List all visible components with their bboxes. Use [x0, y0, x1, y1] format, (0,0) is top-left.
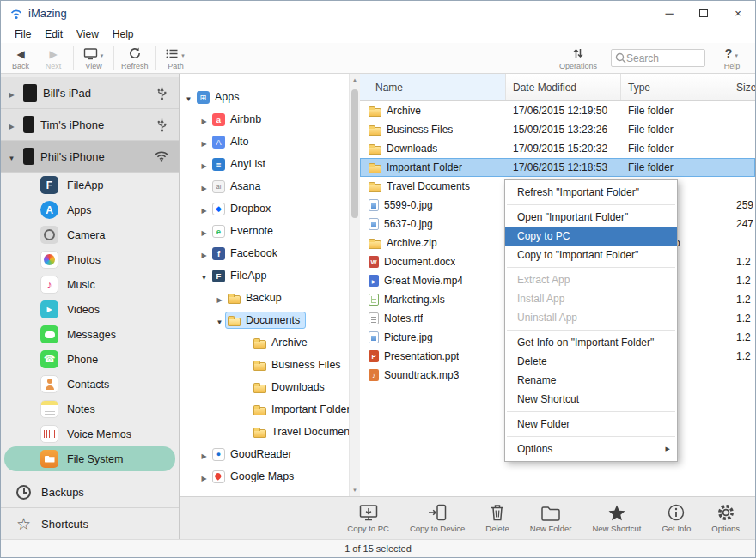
sidebar-item[interactable]: Music [1, 272, 179, 297]
back-button[interactable]: Back [4, 46, 37, 70]
sidebar-device-row[interactable]: Bill's iPad [1, 77, 179, 109]
tree-item[interactable]: AnyList [180, 153, 349, 175]
context-menu-item[interactable] [507, 436, 675, 437]
file-row[interactable]: Downloads 17/09/2015 15:20:32 File folde… [360, 139, 755, 158]
context-menu-item[interactable]: Copy to PC [505, 227, 677, 246]
sidebar-item[interactable]: Photos [1, 247, 179, 272]
tree-item[interactable]: Google Maps [180, 465, 349, 488]
view-button[interactable]: View [77, 46, 110, 70]
new-shortcut-button[interactable]: New Shortcut [592, 503, 641, 533]
tree-item[interactable]: Downloads [180, 376, 349, 398]
search-box[interactable] [611, 49, 705, 67]
sidebar-item[interactable]: Notes [1, 397, 179, 422]
context-menu-item[interactable]: Install App [505, 289, 677, 308]
copy-to-device-button[interactable]: Copy to Device [410, 503, 465, 533]
delete-button[interactable]: Delete [485, 503, 509, 533]
tree-expand-arrow[interactable] [214, 290, 225, 306]
tree-item[interactable]: Facebook [180, 242, 349, 264]
context-menu-item[interactable]: Extract App [505, 270, 677, 289]
menu-bar-item[interactable]: View [70, 28, 106, 40]
tree-item[interactable]: Backup [180, 287, 349, 309]
tree-item[interactable]: Alto [180, 130, 349, 153]
sidebar-item-backups[interactable]: Backups [1, 476, 179, 507]
column-header-date-modified[interactable]: Date Modified [506, 74, 621, 100]
refresh-button[interactable]: Refresh [118, 46, 152, 70]
context-menu-item[interactable]: New Folder [505, 415, 677, 434]
tree-item[interactable]: Evernote [180, 220, 349, 242]
context-menu-item[interactable]: Uninstall App [505, 308, 677, 327]
column-header-name[interactable]: Name [360, 74, 506, 100]
file-row[interactable]: Business Files 15/09/2015 13:23:26 File … [360, 120, 755, 139]
device-expand-arrow[interactable] [6, 149, 17, 164]
sidebar-item[interactable]: Camera [1, 222, 179, 247]
tree-item[interactable]: FileApp [180, 264, 349, 287]
search-input[interactable] [626, 52, 698, 64]
sidebar-item[interactable]: Apps [1, 197, 179, 222]
file-row[interactable]: Important Folder 17/06/2015 12:18:53 Fil… [360, 158, 755, 177]
maximize-button[interactable] [686, 1, 721, 26]
context-menu-item[interactable]: Delete [505, 352, 677, 371]
new-folder-button[interactable]: New Folder [530, 503, 572, 533]
sidebar-item[interactable]: Phone [1, 347, 179, 372]
context-menu-item[interactable] [507, 204, 675, 205]
menu-bar-item[interactable]: Edit [38, 28, 70, 40]
sidebar-item[interactable]: Voice Memos [1, 422, 179, 446]
menu-bar-item[interactable]: File [8, 28, 38, 40]
tree-scrollbar[interactable] [349, 74, 360, 496]
context-menu-item[interactable]: Refresh "Important Folder" [505, 183, 677, 202]
context-menu-item[interactable] [507, 267, 675, 268]
tree-expand-arrow[interactable] [198, 223, 210, 239]
tree-item[interactable]: Important Folder [180, 398, 349, 421]
tree-expand-arrow[interactable] [198, 246, 210, 261]
context-menu-item[interactable]: Copy to "Important Folder" [505, 246, 677, 264]
tree-expand-arrow[interactable] [198, 268, 210, 283]
next-button[interactable]: Next [37, 46, 70, 70]
context-menu-item[interactable]: New Shortcut [505, 390, 677, 409]
options-button[interactable]: Options [711, 503, 740, 533]
column-header-type[interactable]: Type [621, 74, 729, 100]
context-menu-item[interactable]: Options ▶ [505, 440, 677, 458]
close-button[interactable]: × [721, 1, 755, 26]
context-menu-item[interactable]: Rename [505, 371, 677, 390]
operations-button[interactable]: Operations [556, 46, 601, 70]
sidebar-item[interactable]: File System [4, 446, 175, 471]
menu-bar-item[interactable]: Help [106, 28, 141, 40]
sidebar-item[interactable]: Contacts [1, 372, 179, 397]
tree-item[interactable]: Documents [180, 309, 349, 331]
device-expand-arrow[interactable] [6, 117, 17, 132]
copy-to-pc-button[interactable]: Copy to PC [347, 503, 389, 533]
tree-item[interactable]: Archive [180, 331, 349, 354]
tree-item[interactable]: Dropbox [180, 197, 349, 220]
tree-expand-arrow[interactable] [214, 312, 225, 328]
tree-item[interactable]: Asana [180, 175, 349, 197]
context-menu-item[interactable]: Open "Important Folder" [505, 208, 677, 227]
tree-item[interactable]: Travel Documents [180, 421, 349, 443]
scrollbar-track[interactable] [350, 86, 360, 484]
tree-item[interactable]: Apps [180, 86, 349, 108]
minimize-button[interactable]: ─ [652, 1, 686, 26]
file-row[interactable]: Archive 17/06/2015 12:19:50 File folder [360, 101, 755, 120]
tree-expand-arrow[interactable] [198, 156, 210, 172]
tree-item[interactable]: Business Files [180, 354, 349, 376]
tree-item[interactable]: Airbnb [180, 108, 349, 130]
sidebar-item[interactable]: Videos [1, 297, 179, 322]
context-menu-item[interactable] [507, 411, 675, 412]
path-button[interactable]: Path [160, 46, 192, 70]
tree-expand-arrow[interactable] [183, 89, 194, 105]
column-header-size[interactable]: Size [729, 74, 755, 100]
tree-item[interactable]: GoodReader [180, 443, 349, 465]
scrollbar-thumb[interactable] [351, 89, 358, 218]
tree-expand-arrow[interactable] [198, 469, 210, 484]
tree-expand-arrow[interactable] [198, 179, 210, 194]
sidebar-device-row[interactable]: Tim's iPhone [1, 109, 179, 141]
tree-expand-arrow[interactable] [198, 201, 210, 216]
context-menu-item[interactable]: Get Info on "Important Folder" [505, 333, 677, 352]
scroll-up-icon[interactable] [350, 74, 360, 86]
tree-expand-arrow[interactable] [198, 134, 210, 149]
scroll-down-icon[interactable] [350, 484, 360, 496]
help-button[interactable]: ? Help [716, 46, 748, 70]
get-info-button[interactable]: Get Info [662, 503, 691, 533]
device-expand-arrow[interactable] [6, 85, 17, 100]
sidebar-item-shortcuts[interactable]: Shortcuts [1, 507, 179, 539]
sidebar-device-row[interactable]: Phil's iPhone [1, 141, 179, 173]
